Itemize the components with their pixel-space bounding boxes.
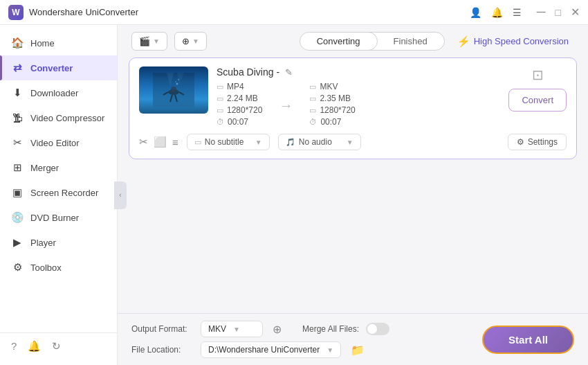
target-size: 2.35 MB xyxy=(320,94,351,103)
output-settings-icon[interactable]: ⊕ xyxy=(273,323,282,336)
sidebar-item-dvd-burner[interactable]: 💿 DVD Burner xyxy=(0,205,117,230)
crop-icon[interactable]: ⬜ xyxy=(154,136,167,148)
sidebar-item-video-editor[interactable]: ✂ Video Editor xyxy=(0,130,117,155)
source-size: 2.24 MB xyxy=(227,94,258,103)
main-layout: 🏠 Home ⇄ Converter ⬇ Downloader 🗜 Video … xyxy=(0,25,588,365)
merge-files-label: Merge All Files: xyxy=(302,324,359,334)
content-area: 🎬 ▼ ⊕ ▼ Converting Finished ⚡ High Speed… xyxy=(118,25,588,365)
file-actions-right: ⊡ Convert xyxy=(508,66,567,112)
convert-button[interactable]: Convert xyxy=(508,89,567,112)
audio-label: No audio xyxy=(299,137,332,147)
sidebar-item-downloader[interactable]: ⬇ Downloader xyxy=(0,80,117,105)
app-title: Wondershare UniConverter xyxy=(29,7,138,17)
source-duration: 00:07 xyxy=(228,117,248,127)
titlebar-left: W Wondershare UniConverter xyxy=(8,5,138,20)
bell-icon[interactable]: 🔔 xyxy=(491,7,503,18)
sidebar-item-merger-label: Merger xyxy=(30,163,59,173)
duration-icon: ⏱ xyxy=(217,118,224,126)
sidebar-item-home-label: Home xyxy=(30,38,55,48)
add-file-button[interactable]: 🎬 ▼ xyxy=(131,32,167,51)
sidebar-item-home[interactable]: 🏠 Home xyxy=(0,30,117,55)
target-resolution-row: ▭ 1280*720 xyxy=(309,105,355,115)
user-icon[interactable]: 👤 xyxy=(470,7,481,18)
sidebar-item-merger[interactable]: ⊞ Merger xyxy=(0,155,117,180)
file-location-row: File Location: D:\Wondershare UniConvert… xyxy=(131,341,389,358)
trim-icon[interactable]: ✂ xyxy=(139,136,148,148)
source-resolution-row: ▭ 1280*720 xyxy=(217,105,262,115)
minimize-button[interactable]: ─ xyxy=(537,5,546,19)
lightning-icon: ⚡ xyxy=(457,35,470,48)
source-format: MP4 xyxy=(227,82,244,91)
source-duration-row: ⏱ 00:07 xyxy=(217,117,262,127)
toolbox-icon: ⚙ xyxy=(11,261,24,274)
add-file-icon: 🎬 xyxy=(139,36,150,46)
copy-to-device-icon[interactable]: ⊡ xyxy=(532,66,544,83)
format-icon: ▭ xyxy=(217,82,223,91)
audio-dropdown[interactable]: 🎵 No audio ▼ xyxy=(278,134,361,150)
sidebar-item-player[interactable]: ▶ Player xyxy=(0,230,117,255)
sidebar-collapse-button[interactable]: ‹ xyxy=(114,181,127,209)
sidebar-item-recorder-label: Screen Recorder xyxy=(30,188,98,198)
file-source-info: ▭ MP4 ▭ 2.24 MB ▭ 1280*720 xyxy=(217,82,262,127)
edit-icon[interactable]: ✎ xyxy=(285,67,293,78)
sidebar-item-player-label: Player xyxy=(30,238,56,248)
high-speed-button[interactable]: ⚡ High Speed Conversion xyxy=(452,33,574,51)
target-resolution: 1280*720 xyxy=(320,105,355,115)
tab-converting[interactable]: Converting xyxy=(300,32,378,51)
compressor-icon: 🗜 xyxy=(11,112,24,124)
bottom-left-rows: Output Format: MKV ▼ ⊕ Merge All Files: xyxy=(131,321,389,358)
toggle-knob xyxy=(367,324,377,334)
close-button[interactable]: ✕ xyxy=(571,6,580,19)
tab-finished[interactable]: Finished xyxy=(377,33,444,50)
subtitle-dropdown[interactable]: ▭ No subtitle ▼ xyxy=(187,134,270,150)
sidebar-item-converter[interactable]: ⇄ Converter xyxy=(0,55,117,80)
browse-folder-button[interactable]: 📁 xyxy=(351,344,365,357)
target-format: MKV xyxy=(320,82,338,91)
audio-icon: 🎵 xyxy=(286,138,295,147)
sidebar-item-toolbox[interactable]: ⚙ Toolbox xyxy=(0,255,117,280)
resolution-icon: ▭ xyxy=(217,106,223,115)
add-file-dropdown-icon: ▼ xyxy=(153,37,160,45)
svg-point-10 xyxy=(175,81,176,82)
sidebar: 🏠 Home ⇄ Converter ⬇ Downloader 🗜 Video … xyxy=(0,25,118,365)
sidebar-item-converter-label: Converter xyxy=(30,63,73,73)
maximize-button[interactable]: □ xyxy=(555,7,561,18)
effect-icon[interactable]: ≡ xyxy=(172,136,178,148)
app-logo: W xyxy=(8,5,24,20)
output-format-label: Output Format: xyxy=(131,324,194,334)
svg-point-8 xyxy=(176,83,178,85)
start-all-button[interactable]: Start All xyxy=(482,326,574,354)
file-card: Scuba Diving - ✎ ▭ MP4 ▭ xyxy=(129,57,577,159)
file-thumbnail xyxy=(139,66,208,114)
editor-icon: ✂ xyxy=(11,136,24,149)
menu-icon[interactable]: ☰ xyxy=(513,7,522,18)
svg-point-3 xyxy=(171,87,176,92)
source-resolution: 1280*720 xyxy=(227,105,262,115)
target-duration-row: ⏱ 00:07 xyxy=(309,117,355,127)
question-icon[interactable]: ? xyxy=(11,340,17,353)
sidebar-item-screen-recorder[interactable]: ▣ Screen Recorder xyxy=(0,180,117,205)
add-dvd-dropdown-icon: ▼ xyxy=(192,37,199,45)
size-icon: ▭ xyxy=(217,94,223,103)
subtitle-label: No subtitle xyxy=(205,137,244,147)
settings-button[interactable]: ⚙ Settings xyxy=(508,134,567,150)
sidebar-item-video-compressor[interactable]: 🗜 Video Compressor xyxy=(0,105,117,130)
add-dvd-icon: ⊕ xyxy=(182,36,190,46)
output-format-select[interactable]: MKV ▼ xyxy=(201,321,263,337)
merge-files-toggle[interactable] xyxy=(366,323,389,335)
tab-group: Converting Finished xyxy=(300,32,445,51)
player-icon: ▶ xyxy=(11,236,24,249)
format-value: MKV xyxy=(208,324,226,334)
add-dvd-button[interactable]: ⊕ ▼ xyxy=(174,32,207,51)
path-dropdown-arrow: ▼ xyxy=(327,346,333,354)
file-meta-grid: ▭ MP4 ▭ 2.24 MB ▭ 1280*720 xyxy=(217,82,500,127)
notification-icon[interactable]: 🔔 xyxy=(28,340,41,353)
source-size-row: ▭ 2.24 MB xyxy=(217,94,262,103)
target-duration: 00:07 xyxy=(320,117,341,127)
file-location-select[interactable]: D:\Wondershare UniConverter ▼ xyxy=(201,341,341,358)
format-dropdown-arrow: ▼ xyxy=(233,326,240,333)
sync-icon[interactable]: ↻ xyxy=(52,340,61,353)
target-size-icon: ▭ xyxy=(309,94,316,103)
audio-dropdown-arrow: ▼ xyxy=(347,139,353,146)
sidebar-item-editor-label: Video Editor xyxy=(30,138,80,148)
